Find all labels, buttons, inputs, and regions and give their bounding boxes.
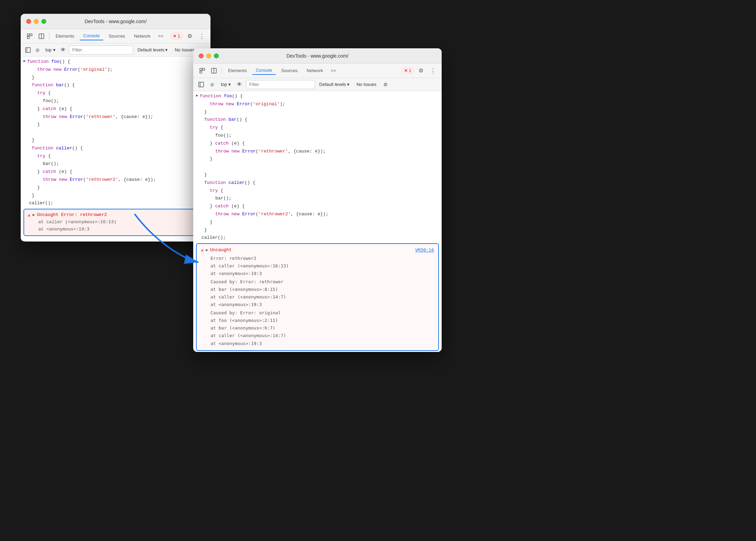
sidebar-toggle-1[interactable] bbox=[24, 46, 32, 55]
svg-rect-12 bbox=[199, 82, 204, 87]
tab-sources-1[interactable]: Sources bbox=[105, 32, 129, 40]
panel-icon-1[interactable] bbox=[37, 31, 46, 41]
tab-console-1[interactable]: Console bbox=[80, 32, 103, 40]
error-circle-icon-1: ✕ bbox=[28, 212, 30, 219]
default-levels-2[interactable]: Default levels ▾ bbox=[317, 81, 352, 88]
maximize-button-1[interactable] bbox=[41, 19, 46, 24]
clear-icon-2[interactable]: ⊘ bbox=[208, 80, 217, 89]
code-line-10 bbox=[21, 129, 210, 137]
w2-code-line-16: throw new Error('rethrower2', {cause: e}… bbox=[193, 210, 442, 218]
expand-btn-1[interactable]: ▶ bbox=[23, 58, 26, 65]
console-prompt-1[interactable]: ▶ bbox=[21, 237, 210, 242]
title-bar-1: DevTools - www.google.com/ bbox=[21, 14, 210, 29]
vm-link-2[interactable]: VM30:16 bbox=[415, 247, 434, 254]
clear-icon-1[interactable]: ⊘ bbox=[34, 46, 41, 55]
code-line-2: throw new Error('original'); bbox=[21, 66, 210, 74]
panel-icon-2[interactable] bbox=[209, 66, 219, 76]
default-levels-1[interactable]: Default levels ▾ bbox=[135, 47, 170, 53]
tab-elements-2[interactable]: Elements bbox=[225, 67, 250, 75]
w2-code-line-15: } catch (e) { bbox=[193, 203, 442, 210]
no-issues-btn-2[interactable]: No Issues bbox=[354, 81, 379, 88]
w2-code-line-8: throw new Error('rethrower', {cause: e})… bbox=[193, 148, 442, 156]
w2-expand-btn-1[interactable]: ▶ bbox=[196, 93, 198, 99]
console-content-1: ▶ function foo() { throw new Error('orig… bbox=[21, 57, 210, 242]
error-badge-1[interactable]: ✕ 1 bbox=[170, 33, 183, 39]
kebab-icon-2[interactable]: ⋮ bbox=[428, 66, 438, 76]
caused2-header-2: Caused by: Error: original bbox=[210, 309, 434, 317]
inspect-icon-2[interactable] bbox=[197, 66, 207, 76]
window-title-2: DevTools - www.google.com/ bbox=[286, 53, 348, 59]
code-line-7: } catch (e) { bbox=[21, 105, 210, 113]
error-badge-2[interactable]: ✕ 1 bbox=[401, 67, 414, 74]
filter-input-1[interactable] bbox=[69, 46, 133, 55]
tab-network-1[interactable]: Network bbox=[131, 32, 154, 40]
tab-sources-2[interactable]: Sources bbox=[278, 67, 301, 75]
error-badge-icon-1: ✕ bbox=[173, 33, 177, 39]
w2-code-line-7: } catch (e) { bbox=[193, 140, 442, 148]
code-line-4: function bar() { bbox=[21, 81, 210, 89]
svg-rect-7 bbox=[200, 68, 202, 70]
w2-code-line-3: } bbox=[193, 108, 442, 116]
default-levels-chevron-2: ▾ bbox=[347, 82, 350, 87]
svg-rect-5 bbox=[26, 48, 30, 52]
tab-more-2[interactable]: >> bbox=[328, 67, 338, 75]
tab-bar-1: Elements Console Sources Network >> ✕ 1 … bbox=[21, 29, 210, 43]
top-selector-2[interactable]: top ▾ bbox=[219, 81, 233, 88]
error-block-2: ✕ ▶ Uncaught VM30:16 Error: rethrower2 a… bbox=[196, 243, 439, 351]
w2-code-line-5: try { bbox=[193, 124, 442, 132]
code-line-5: try { bbox=[21, 89, 210, 97]
top-label-1: top bbox=[46, 47, 52, 52]
caused1-line3-2: at <anonymous>:19:3 bbox=[210, 301, 434, 308]
top-selector-1[interactable]: top ▾ bbox=[43, 47, 58, 53]
tab-more-1[interactable]: >> bbox=[156, 32, 165, 40]
error-line1-2: at caller (<anonymous>:16:13) bbox=[210, 262, 434, 270]
minimize-button-1[interactable] bbox=[34, 19, 39, 24]
svg-rect-1 bbox=[30, 34, 32, 36]
caused2-line4-2: at <anonymous>:19:3 bbox=[210, 340, 434, 347]
w2-code-line-2: throw new Error('original'); bbox=[193, 100, 442, 108]
no-issues-label-2: No Issues bbox=[356, 82, 376, 87]
maximize-button-2[interactable] bbox=[214, 53, 219, 58]
no-issues-label-1: No Issues bbox=[175, 47, 195, 52]
tab-bar-2: Elements Console Sources Network >> ✕ 1 … bbox=[193, 63, 442, 78]
close-button-2[interactable] bbox=[199, 53, 204, 58]
top-label-2: top bbox=[221, 82, 227, 87]
minimize-button-2[interactable] bbox=[206, 53, 211, 58]
console-content-2: ▶ function foo() { throw new Error('orig… bbox=[193, 91, 442, 352]
code-line-13: try { bbox=[21, 153, 210, 160]
tab-network-2[interactable]: Network bbox=[303, 67, 327, 75]
close-button-1[interactable] bbox=[26, 19, 31, 24]
console-toolbar-2: ⊘ top ▾ 👁 Default levels ▾ No Issues ⚙ bbox=[193, 78, 442, 91]
error-left-2: ✕ ▶ Uncaught bbox=[201, 247, 232, 254]
eye-icon-2[interactable]: 👁 bbox=[235, 80, 244, 89]
kebab-icon-1[interactable]: ⋮ bbox=[197, 31, 206, 41]
code-line-18: } bbox=[21, 192, 210, 200]
w2-code-line-6: foo(); bbox=[193, 132, 442, 140]
code-line-8: throw new Error('rethrower', {cause: e})… bbox=[21, 113, 210, 121]
separator-1 bbox=[49, 33, 49, 40]
default-levels-label-2: Default levels bbox=[319, 82, 346, 87]
settings-icon-2[interactable]: ⚙ bbox=[416, 66, 426, 76]
inspect-icon-1[interactable] bbox=[25, 31, 35, 41]
console-gear-2[interactable]: ⚙ bbox=[381, 80, 390, 89]
separator-2 bbox=[222, 67, 222, 74]
sidebar-toggle-2[interactable] bbox=[197, 80, 206, 89]
tab-elements-1[interactable]: Elements bbox=[52, 32, 78, 40]
devtools-window-1: DevTools - www.google.com/ Elements Cons… bbox=[21, 14, 210, 242]
expand-error-btn-1[interactable]: ▶ bbox=[32, 212, 35, 218]
default-levels-label-1: Default levels bbox=[137, 47, 164, 52]
code-line-15: } catch (e) { bbox=[21, 168, 210, 176]
error-line1-1: at caller (<anonymous>:16:13) bbox=[37, 219, 116, 226]
settings-icon-1[interactable]: ⚙ bbox=[185, 31, 195, 41]
eye-icon-1[interactable]: 👁 bbox=[60, 46, 67, 55]
error-line2-1: at <anonymous>:19:3 bbox=[37, 226, 116, 233]
expand-error-btn-2[interactable]: ▶ bbox=[206, 247, 208, 254]
filter-input-2[interactable] bbox=[246, 80, 315, 89]
top-chevron-2: ▾ bbox=[228, 82, 231, 87]
w2-code-line-13: try { bbox=[193, 187, 442, 195]
error-title-1: Uncaught Error: rethrower2 bbox=[37, 212, 116, 219]
code-line-16: throw new Error('rethrower2', {cause: e}… bbox=[21, 176, 210, 184]
tab-console-2[interactable]: Console bbox=[252, 66, 276, 75]
w2-code-line-19: caller(); bbox=[193, 234, 442, 242]
code-line-3: } bbox=[21, 74, 210, 82]
